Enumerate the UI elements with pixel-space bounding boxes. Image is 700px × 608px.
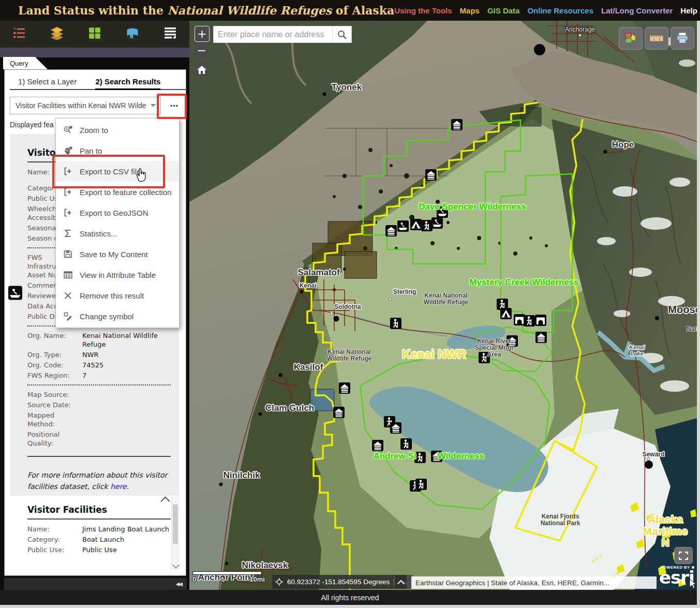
hiker-map-icon[interactable]	[415, 479, 427, 490]
field-row: Mapped Method:	[27, 411, 171, 428]
collapse-panel-button[interactable]: ◀◀	[176, 581, 182, 587]
cabin-map-icon[interactable]	[339, 382, 350, 394]
tent-map-icon[interactable]	[500, 308, 512, 319]
hiker-map-icon[interactable]	[390, 318, 401, 329]
cabin-map-icon[interactable]	[535, 332, 547, 343]
boat-map-icon[interactable]	[431, 217, 443, 229]
field-value: Public Use	[82, 545, 171, 554]
nav-maps[interactable]: Maps	[460, 6, 480, 15]
hiker-map-icon[interactable]	[414, 452, 426, 463]
cursor-arrow-icon	[688, 579, 696, 589]
field-label: Category:	[27, 535, 82, 544]
fullscreen-button[interactable]	[674, 547, 693, 564]
field-row: Public Use:Public Use	[27, 545, 171, 554]
tab-search-results[interactable]: 2) Search Results	[95, 77, 160, 90]
menu-item-export-to-feature-collection[interactable]: Export to feature collection	[56, 182, 179, 202]
print-button[interactable]	[671, 27, 694, 50]
nav-using-the-tools[interactable]: Using the Tools	[394, 6, 452, 15]
field-value	[82, 430, 171, 448]
cabin-map-icon[interactable]	[385, 225, 397, 236]
basemap-button[interactable]	[83, 24, 107, 45]
nav-gis-data[interactable]: GIS Data	[487, 6, 520, 15]
cabin-map-icon[interactable]	[425, 169, 437, 181]
menu-item-statistics[interactable]: Statistics...	[56, 223, 179, 244]
draw-tool-button[interactable]	[619, 27, 643, 50]
basemap-icon	[88, 26, 101, 42]
zoom-in-button[interactable]: +	[195, 26, 210, 42]
menu-item-export-to-geojson[interactable]: Export to GeoJSON	[56, 202, 179, 223]
legend-icon	[12, 26, 26, 42]
layers-button[interactable]	[45, 24, 69, 45]
results-scrollbar[interactable]	[171, 496, 180, 570]
nav-lat-long-converter[interactable]: Lat/Long Converter	[601, 6, 673, 15]
nav-help[interactable]: Help	[680, 6, 697, 15]
result-detail-card: Visitor Facilities Name:Jims Landing Boa…	[10, 496, 179, 570]
hiker-map-icon[interactable]	[524, 315, 535, 327]
tent-map-icon[interactable]	[410, 219, 422, 230]
displayed-features-text: Displayed fea	[10, 121, 54, 129]
cabin-map-icon[interactable]	[507, 335, 518, 347]
field-value: Boat Launch	[82, 535, 171, 544]
result-layer-value: Visitor Facilities within Kenai NWR Wild…	[10, 101, 150, 110]
here-link[interactable]: here	[110, 482, 127, 491]
field-row: Source Date:	[27, 401, 171, 409]
search-button[interactable]	[332, 26, 351, 42]
result-options-button[interactable]: •••	[165, 98, 184, 113]
field-label: Map Source:	[27, 390, 82, 399]
cabin-map-icon[interactable]	[333, 407, 345, 418]
hiker-map-icon[interactable]	[400, 438, 412, 450]
menu-item-remove-this-result[interactable]: Remove this result	[56, 285, 179, 306]
result-layer-select[interactable]: Visitor Facilities within Kenai NWR Wild…	[10, 97, 161, 114]
boat-map-icon[interactable]	[397, 220, 409, 232]
more-tools-button[interactable]	[158, 24, 182, 45]
bookmarks-icon	[125, 26, 140, 42]
field-label: Mapped Method:	[27, 411, 82, 428]
legend-button[interactable]	[7, 24, 31, 45]
tab-query[interactable]: Query	[3, 57, 48, 69]
copyright-bar: All rights reserved	[0, 590, 700, 605]
home-icon	[197, 66, 206, 74]
zoom-out-button[interactable]: −	[195, 43, 208, 58]
save-icon	[63, 249, 73, 260]
scrollbar-thumb[interactable]	[173, 505, 178, 544]
menu-item-change-symbol[interactable]: Change symbol	[56, 306, 179, 327]
menu-item-zoom-to[interactable]: Zoom to	[56, 120, 179, 140]
map-attribution: Earthstar Geographics | State of Alaska,…	[411, 576, 657, 589]
map-canvas[interactable]: AnchorageTyonekHopeSalamatofKenaiSoldotn…	[189, 21, 697, 590]
svg-text:2: 2	[659, 37, 661, 41]
boat-launch-symbol-icon	[8, 286, 22, 302]
header-nav: Using the ToolsMapsGIS DataOnline Resour…	[394, 6, 700, 15]
scroll-down-icon[interactable]	[172, 561, 180, 569]
export-icon	[63, 187, 73, 198]
menu-item-pan-to[interactable]: Pan to	[56, 140, 179, 161]
menu-item-save-to-my-content[interactable]: Save to My Content	[56, 244, 179, 264]
menu-item-view-in-attribute-table[interactable]: View in Attribute Table	[56, 264, 179, 285]
cabin-map-icon[interactable]	[390, 422, 401, 434]
nav-online-resources[interactable]: Online Resources	[527, 6, 593, 15]
field-value: Jims Landing Boat Launch	[82, 525, 171, 533]
coordinate-readout: 60.923372 -151.854595 Degrees	[287, 578, 390, 586]
field-value	[82, 390, 171, 399]
bookmarks-button[interactable]	[121, 24, 144, 45]
cabin-map-icon[interactable]	[431, 451, 442, 462]
cabin-map-icon[interactable]	[451, 119, 463, 130]
coordinate-expand-icon[interactable]	[397, 580, 405, 587]
field-value	[82, 411, 171, 428]
search-icon	[337, 29, 347, 40]
field-row: Category:Boat Launch	[27, 535, 171, 544]
printer-icon	[675, 32, 690, 45]
home-button[interactable]	[195, 62, 208, 77]
tab-select-a-layer[interactable]: 1) Select a Layer	[18, 77, 77, 86]
hiker-map-icon[interactable]	[421, 220, 433, 231]
search-input[interactable]	[214, 26, 332, 42]
menu-item-export-to-csv-file[interactable]: Export to CSV file	[56, 161, 179, 182]
field-label: Org. Name:	[27, 331, 82, 349]
page-title: Land Status within the National Wildlife…	[18, 4, 394, 17]
arch-map-icon[interactable]	[535, 315, 546, 326]
field-row: Org. Type:NWR	[27, 350, 171, 359]
hiker-map-icon[interactable]	[479, 352, 490, 363]
boat-map-icon[interactable]	[437, 206, 448, 218]
cabin-map-icon[interactable]	[372, 440, 383, 451]
measure-tool-button[interactable]: 12	[645, 27, 668, 50]
pan-to-icon	[63, 145, 73, 156]
